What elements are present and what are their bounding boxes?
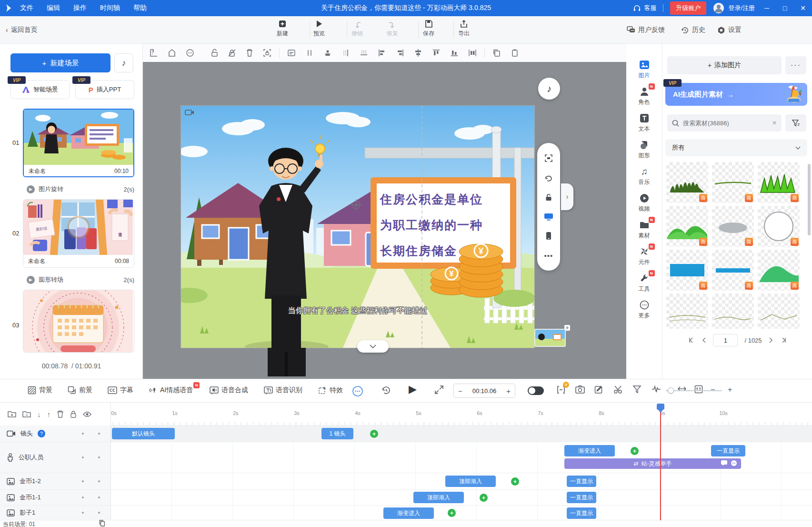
- clip-pose[interactable]: ⇄ 站-灵感举手: [564, 458, 741, 469]
- fit-screen-icon[interactable]: [544, 154, 553, 162]
- last-page-icon[interactable]: [780, 337, 786, 343]
- align-center-horizontal-icon[interactable]: [414, 49, 422, 57]
- play-button[interactable]: ▶: [409, 383, 417, 395]
- foreground-button[interactable]: 前景: [68, 386, 92, 395]
- track-label[interactable]: 镜头 ?: [0, 426, 111, 442]
- scene-card-01[interactable]: 未命名 00:10: [23, 109, 134, 177]
- login-link[interactable]: 登录/注册: [728, 4, 755, 12]
- sign-text[interactable]: 住房公积金是单位 为职工缴纳的一种 长期住房储金: [380, 187, 509, 264]
- mini-preview-thumbnail[interactable]: [534, 329, 566, 347]
- tab-material[interactable]: N 素材: [626, 216, 662, 243]
- tab-more[interactable]: 更多: [626, 296, 662, 323]
- new-button[interactable]: 新建: [269, 19, 296, 38]
- panel-scrollbar[interactable]: [808, 164, 811, 235]
- playhead-handle[interactable]: [657, 404, 664, 410]
- zoom-slider-knob[interactable]: [668, 387, 674, 394]
- asset-search-box[interactable]: ✕: [667, 114, 782, 132]
- unlock-icon[interactable]: [211, 49, 218, 57]
- ai-voice-button[interactable]: AI情感语音 N: [149, 386, 193, 395]
- tab-video[interactable]: 视频: [626, 190, 662, 216]
- stage-workspace[interactable]: ¥ ¥: [143, 62, 626, 379]
- stage-icon[interactable]: [168, 49, 176, 57]
- mobile-view-icon[interactable]: [546, 232, 551, 240]
- asset-item[interactable]: [712, 294, 754, 329]
- close-button[interactable]: ✕: [794, 0, 812, 16]
- preview-button[interactable]: 预览: [306, 19, 332, 38]
- center-stage-icon[interactable]: [323, 49, 332, 57]
- asset-item[interactable]: [666, 294, 708, 329]
- menu-help[interactable]: 帮助: [133, 4, 147, 12]
- menu-timeline[interactable]: 时间轴: [100, 4, 120, 12]
- collapse-timeline-button[interactable]: [357, 340, 389, 353]
- track-label[interactable]: 金币1-2: [0, 473, 111, 489]
- track-label[interactable]: 公职人员: [0, 442, 111, 473]
- track-lane[interactable]: 顶部渐入 + 一直显示: [111, 473, 812, 489]
- track-label[interactable]: 金币1-1: [0, 490, 111, 505]
- effects-button[interactable]: 特效: [318, 386, 343, 395]
- delete-track-icon[interactable]: [57, 410, 64, 418]
- time-plus-button[interactable]: +: [506, 387, 511, 395]
- clip-default-camera[interactable]: 默认镜头: [112, 428, 175, 439]
- support-link[interactable]: 客服: [644, 4, 656, 12]
- border-right-icon[interactable]: [341, 49, 350, 57]
- lock-track-icon[interactable]: [70, 410, 77, 418]
- clear-search-icon[interactable]: ✕: [772, 120, 777, 126]
- clip-fade-in[interactable]: 渐变进入: [383, 507, 434, 519]
- add-keyframe-button[interactable]: +: [631, 447, 639, 455]
- fit-width-icon[interactable]: [677, 385, 687, 393]
- ai-generate-banner[interactable]: VIP AI生成图片素材→: [665, 83, 807, 106]
- snapshot-icon[interactable]: [575, 385, 585, 394]
- toolbar-more-icon[interactable]: [352, 386, 363, 396]
- help-icon[interactable]: ?: [38, 430, 45, 437]
- actual-size-icon[interactable]: [694, 385, 703, 394]
- align-bottom-icon[interactable]: [450, 49, 459, 57]
- tab-image[interactable]: 图片: [626, 56, 662, 83]
- next-page-icon[interactable]: [769, 337, 773, 343]
- asset-item[interactable]: 商: [666, 162, 708, 203]
- asset-item[interactable]: 商: [758, 162, 800, 203]
- time-minus-button[interactable]: −: [458, 387, 462, 395]
- align-text-icon[interactable]: [287, 49, 296, 57]
- expand-panel-tab[interactable]: ›: [561, 183, 573, 210]
- scene-card-02[interactable]: 离职信 退休金 未命名 00:08: [23, 199, 134, 268]
- align-center-vertical-icon[interactable]: [305, 49, 314, 57]
- move-up-icon[interactable]: ↑: [47, 410, 51, 418]
- rotate-icon[interactable]: [544, 174, 553, 182]
- align-right-edges-icon[interactable]: [396, 49, 404, 57]
- asset-item[interactable]: 商: [666, 206, 708, 247]
- track-lane[interactable]: 渐变进入 + 一直显示: [111, 506, 812, 520]
- tab-text[interactable]: 文本: [626, 110, 662, 136]
- menu-file[interactable]: 文件: [20, 4, 33, 12]
- history-button[interactable]: 历史: [681, 26, 705, 34]
- zoom-slider[interactable]: [666, 390, 722, 391]
- transition-row[interactable]: ▶ 圆形转场 2(s): [27, 274, 134, 285]
- tab-tools[interactable]: N 工具: [626, 270, 662, 296]
- filter-button[interactable]: [785, 114, 806, 132]
- back-home-button[interactable]: ‹返回首页: [6, 26, 38, 34]
- zoom-in-button[interactable]: +: [728, 385, 732, 394]
- unlock-icon[interactable]: [545, 193, 552, 202]
- asset-item[interactable]: 商: [712, 206, 754, 247]
- add-keyframe-button[interactable]: +: [448, 509, 456, 517]
- paste-icon[interactable]: [511, 49, 519, 57]
- clip-top-in[interactable]: 顶部渐入: [413, 492, 464, 503]
- trash-icon[interactable]: [246, 49, 253, 57]
- distribute-horizontal-icon[interactable]: [468, 49, 477, 57]
- lock-slash-icon[interactable]: [228, 49, 236, 57]
- category-dropdown[interactable]: 所有: [665, 139, 807, 156]
- replay-icon[interactable]: [381, 385, 391, 395]
- more-options-icon[interactable]: •••: [544, 252, 553, 260]
- maximize-button[interactable]: □: [776, 0, 794, 16]
- fullscreen-icon[interactable]: [434, 385, 444, 395]
- audio-cut-icon[interactable]: [613, 385, 623, 394]
- align-left-edges-icon[interactable]: [378, 49, 386, 57]
- clip-fade-in[interactable]: 渐变进入: [564, 445, 615, 456]
- tab-character[interactable]: N 角色: [626, 83, 662, 110]
- background-button[interactable]: 背景: [28, 386, 52, 395]
- visibility-icon[interactable]: [83, 411, 91, 417]
- minimize-button[interactable]: ─: [758, 0, 776, 16]
- track-label[interactable]: 影子1: [0, 506, 111, 520]
- page-input[interactable]: [713, 334, 738, 346]
- tab-widget[interactable]: N 元件: [626, 243, 662, 270]
- redo-button[interactable]: 恢复: [379, 19, 406, 38]
